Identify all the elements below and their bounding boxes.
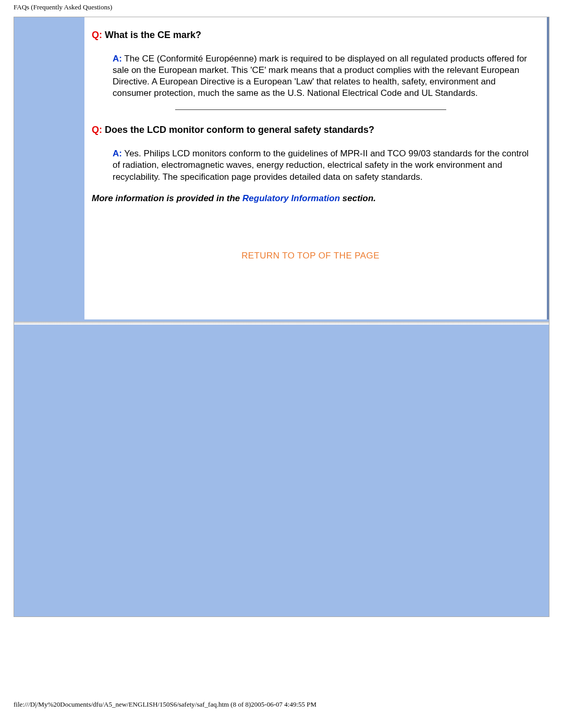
- answer-text: The CE (Conformité Européenne) mark is r…: [113, 54, 527, 98]
- faq-question-1: Q: What is the CE mark?: [92, 30, 529, 41]
- return-to-top-label: RETURN TO TOP OF THE PAGE: [241, 251, 380, 261]
- a-marker: A:: [113, 54, 122, 64]
- q-marker: Q:: [92, 125, 102, 135]
- q-marker: Q:: [92, 30, 102, 40]
- more-info-prefix: More information is provided in the: [92, 193, 242, 203]
- content-area: Q: What is the CE mark? A: The CE (Confo…: [84, 17, 549, 319]
- more-info-suffix: section.: [340, 193, 376, 203]
- page-background-lower: [14, 325, 549, 616]
- document-frame: Q: What is the CE mark? A: The CE (Confo…: [14, 17, 549, 617]
- question-text: Does the LCD monitor conform to general …: [102, 125, 374, 135]
- question-text: What is the CE mark?: [102, 30, 201, 40]
- faq-answer-1: A: The CE (Conformité Européenne) mark i…: [113, 53, 529, 99]
- a-marker: A:: [113, 149, 122, 158]
- return-to-top-link[interactable]: RETURN TO TOP OF THE PAGE: [92, 251, 529, 261]
- divider: [175, 109, 446, 110]
- page-header-title: FAQs (Frequently Asked Questions): [0, 0, 563, 11]
- more-info-line: More information is provided in the Regu…: [92, 193, 529, 204]
- regulatory-information-link[interactable]: Regulatory Information: [242, 193, 340, 203]
- faq-answer-2: A: Yes. Philips LCD monitors conform to …: [113, 148, 529, 182]
- faq-question-2: Q: Does the LCD monitor conform to gener…: [92, 125, 529, 135]
- answer-text: Yes. Philips LCD monitors conform to the…: [113, 149, 529, 181]
- footer-file-path: file:///D|/My%20Documents/dfu/A5_new/ENG…: [0, 700, 563, 713]
